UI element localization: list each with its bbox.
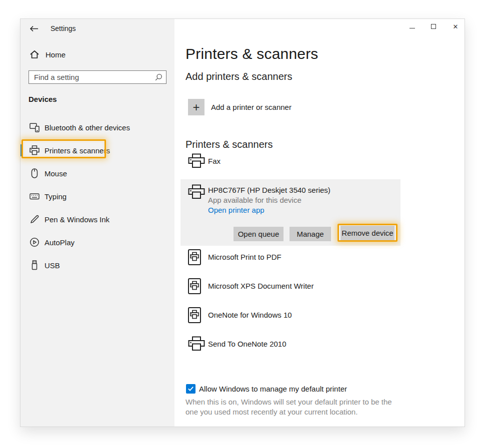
open-queue-button[interactable]: Open queue — [234, 227, 284, 241]
sidebar-item-usb[interactable]: USB — [20, 254, 174, 276]
device-name: HP8C767F (HP Deskjet 3540 series) — [208, 186, 330, 194]
sidebar-item-label: USB — [44, 261, 60, 270]
device-row-hp-expanded[interactable]: HP8C767F (HP Deskjet 3540 series) App av… — [180, 179, 400, 246]
printer-icon — [188, 336, 205, 351]
device-row-fax[interactable]: Fax — [188, 150, 403, 172]
sidebar-item-bluetooth[interactable]: Bluetooth & other devices — [20, 116, 174, 138]
app-title: Settings — [50, 24, 76, 32]
sidebar-section-header: Devices — [28, 95, 57, 103]
sidebar-item-label: Bluetooth & other devices — [44, 123, 130, 132]
sidebar-item-mouse[interactable]: Mouse — [20, 162, 174, 184]
sidebar-item-label: Printers & scanners — [44, 146, 110, 155]
checkbox-checked[interactable] — [186, 384, 196, 394]
minimize-icon — [410, 28, 415, 28]
manage-button[interactable]: Manage — [290, 227, 331, 241]
maximize-button[interactable] — [425, 19, 442, 34]
document-printer-icon — [188, 307, 201, 323]
close-icon: ✕ — [453, 23, 458, 30]
document-printer-icon — [188, 249, 201, 265]
default-printer-description: When this is on, Windows will set your d… — [186, 397, 404, 417]
keyboard-icon — [30, 191, 40, 201]
default-printer-checkbox-row[interactable]: Allow Windows to manage my default print… — [186, 382, 347, 396]
maximize-icon — [431, 24, 436, 29]
add-printer-button[interactable]: + Add a printer or scanner — [188, 99, 292, 115]
sidebar-item-label: Typing — [44, 192, 66, 201]
device-status: App available for this device — [208, 196, 302, 204]
tutorial-highlight-remove: Remove device — [338, 224, 398, 242]
device-name: Send To OneNote 2010 — [208, 340, 286, 348]
sidebar-home-label: Home — [46, 50, 66, 59]
device-row-xps-writer[interactable]: Microsoft XPS Document Writer — [188, 275, 403, 297]
checkmark-icon — [188, 386, 194, 392]
add-printer-label: Add a printer or scanner — [211, 103, 292, 111]
device-row-send-to-onenote[interactable]: Send To OneNote 2010 — [188, 333, 403, 355]
device-name: Microsoft XPS Document Writer — [208, 282, 314, 290]
search-box — [28, 70, 166, 84]
document-printer-icon — [188, 278, 201, 294]
device-name: OneNote for Windows 10 — [208, 311, 292, 319]
home-icon — [30, 50, 40, 59]
minimize-button[interactable] — [404, 19, 420, 34]
sidebar-item-printers[interactable]: Printers & scanners — [20, 139, 174, 161]
sidebar-item-autoplay[interactable]: AutoPlay — [20, 231, 174, 253]
sidebar-item-pen[interactable]: Pen & Windows Ink — [20, 208, 174, 230]
checkbox-label: Allow Windows to manage my default print… — [199, 385, 347, 393]
printer-icon — [188, 184, 205, 199]
search-icon — [154, 73, 162, 81]
search-input[interactable] — [29, 71, 166, 83]
remove-device-button[interactable]: Remove device — [340, 226, 394, 240]
selected-indicator — [20, 144, 22, 156]
plus-icon: + — [188, 99, 204, 115]
device-name: Microsoft Print to PDF — [208, 253, 282, 261]
mouse-icon — [30, 168, 40, 178]
page-title: Printers & scanners — [186, 45, 318, 62]
device-row-onenote-win10[interactable]: OneNote for Windows 10 — [188, 304, 403, 326]
sidebar-item-label: Pen & Windows Ink — [44, 215, 110, 224]
sidebar: Settings Home Devices — [20, 19, 174, 427]
devices-icon — [30, 122, 40, 132]
autoplay-icon — [30, 237, 40, 247]
printers-list-heading: Printers & scanners — [186, 139, 273, 150]
back-button[interactable] — [26, 22, 42, 35]
printer-icon — [188, 153, 205, 168]
add-section-heading: Add printers & scanners — [186, 71, 292, 82]
settings-window: Settings Home Devices — [20, 18, 465, 427]
close-button[interactable]: ✕ — [447, 19, 464, 34]
usb-icon — [30, 260, 40, 270]
pen-icon — [30, 214, 40, 224]
printer-icon — [30, 145, 40, 155]
device-name: Fax — [208, 157, 220, 165]
back-arrow-icon — [30, 25, 38, 32]
sidebar-item-typing[interactable]: Typing — [20, 185, 174, 207]
device-row-print-to-pdf[interactable]: Microsoft Print to PDF — [188, 246, 403, 268]
sidebar-item-label: Mouse — [44, 169, 67, 178]
sidebar-item-home[interactable]: Home — [20, 45, 174, 63]
sidebar-item-label: AutoPlay — [44, 238, 74, 247]
open-printer-app-link[interactable]: Open printer app — [208, 206, 264, 214]
